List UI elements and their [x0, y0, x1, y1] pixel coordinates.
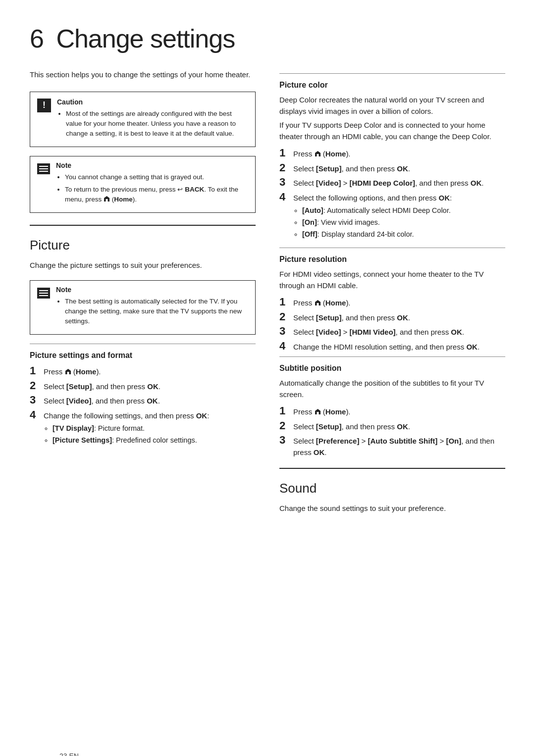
picture-note-content: Note The best setting is automatically s… — [56, 286, 248, 329]
picture-note-icon — [37, 288, 50, 299]
sp-step-2: 2 Select [Setup], and then press OK. — [279, 420, 505, 433]
chapter-number: 6 — [30, 24, 44, 53]
pr-step-1: 1 Press (Home). — [279, 296, 505, 309]
subtitle-position-section: Subtitle position Automatically change t… — [279, 356, 505, 458]
step-1: 1 Press (Home). — [30, 365, 256, 378]
step4-bullet-2: [Picture Settings]: Predefined color set… — [53, 435, 209, 446]
picture-note-title: Note — [56, 286, 248, 294]
picture-heading: Picture — [30, 238, 256, 253]
chapter-title: 6 Change settings — [30, 24, 505, 53]
picture-resolution-heading: Picture resolution — [279, 248, 505, 264]
note-content-1: Note You cannot change a setting that is… — [56, 161, 248, 206]
sound-section: Sound Change the sound settings to suit … — [279, 468, 505, 514]
step4-bullet-1: [TV Display]: Picture format. — [53, 423, 209, 434]
svg-rect-3 — [67, 372, 69, 374]
left-column: This section helps you to change the set… — [30, 69, 256, 523]
subtitle-position-heading: Subtitle position — [279, 356, 505, 373]
caution-icon: ! — [37, 99, 51, 112]
caution-content: Caution Most of the settings are already… — [57, 98, 248, 141]
picture-color-heading: Picture color — [279, 81, 505, 90]
intro-text: This section helps you to change the set… — [30, 69, 256, 81]
pc-bullet-1: [Auto]: Automatically select HDMI Deep C… — [302, 205, 452, 216]
caution-text: Most of the settings are already configu… — [57, 109, 248, 139]
picture-resolution-steps: 1 Press (Home). 2 Select [Setup], and th… — [279, 296, 505, 353]
picture-color-steps: 1 Press (Home). 2 Select [Setup], and th… — [279, 147, 505, 241]
sp-step-1: 1 Press (Home). — [279, 405, 505, 418]
right-column: Picture color Deep Color recreates the n… — [279, 69, 505, 523]
picture-desc: Change the picture settings to suit your… — [30, 260, 256, 271]
picture-color-section: Picture color Deep Color recreates the n… — [279, 73, 505, 241]
picture-resolution-section: Picture resolution For HDMI video settin… — [279, 248, 505, 353]
step-3: 3 Select [Video], and then press OK. — [30, 394, 256, 407]
svg-rect-5 — [317, 154, 319, 156]
picture-settings-heading: Picture settings and format — [30, 344, 256, 360]
svg-rect-7 — [317, 303, 319, 305]
picture-note-text: The best setting is automatically select… — [56, 297, 248, 327]
picture-settings-format: Picture settings and format 1 Press (Hom… — [30, 344, 256, 447]
picture-section: Picture Change the picture settings to s… — [30, 225, 256, 447]
picture-color-desc2: If your TV supports Deep Color and is co… — [279, 120, 505, 142]
chapter-title-text: Change settings — [56, 24, 235, 53]
picture-resolution-desc: For HDMI video settings, connect your ho… — [279, 269, 505, 291]
subtitle-position-desc: Automatically change the position of the… — [279, 378, 505, 400]
picture-note-box: Note The best setting is automatically s… — [30, 280, 256, 335]
step-4: 4 Change the following settings, and the… — [30, 409, 256, 447]
svg-rect-1 — [106, 199, 108, 202]
picture-color-desc1: Deep Color recreates the natural world o… — [279, 95, 505, 117]
svg-rect-9 — [317, 412, 319, 414]
sound-heading: Sound — [279, 481, 505, 496]
note1-item-1: You cannot change a setting that is gray… — [65, 172, 248, 182]
caution-item-1: Most of the settings are already configu… — [66, 109, 248, 139]
sp-step-3: 3 Select [Preference] > [Auto Subtitle S… — [279, 434, 505, 458]
note-box-1: Note You cannot change a setting that is… — [30, 156, 256, 213]
pr-step-2: 2 Select [Setup], and then press OK. — [279, 311, 505, 324]
note-title-1: Note — [56, 161, 248, 169]
pc-step-1: 1 Press (Home). — [279, 147, 505, 160]
pr-step-4: 4 Change the HDMI resolution setting, an… — [279, 340, 505, 353]
pc-bullet-2: [On]: View vivid images. — [302, 217, 452, 228]
note1-item-2: To return to the previous menu, press ↩ … — [65, 185, 248, 205]
pc-step-4: 4 Select the following options, and then… — [279, 191, 505, 241]
sound-desc: Change the sound settings to suit your p… — [279, 503, 505, 514]
picture-steps-list: 1 Press (Home). 2 Select [Setup], and th… — [30, 365, 256, 447]
caution-title: Caution — [57, 98, 248, 106]
picture-note-item-1: The best setting is automatically select… — [65, 297, 248, 327]
step-2: 2 Select [Setup], and then press OK. — [30, 380, 256, 393]
page-footer: 23 EN — [59, 752, 79, 756]
pr-step-3: 3 Select [Video] > [HDMI Video], and the… — [279, 325, 505, 338]
note-icon-1 — [37, 163, 50, 174]
pc-step-3: 3 Select [Video] > [HDMI Deep Color], an… — [279, 176, 505, 189]
subtitle-steps: 1 Press (Home). 2 Select [Setup], and th… — [279, 405, 505, 458]
note-text-1: You cannot change a setting that is gray… — [56, 172, 248, 204]
pc-bullet-3: [Off]: Display standard 24-bit color. — [302, 229, 452, 240]
pc-step-2: 2 Select [Setup], and then press OK. — [279, 162, 505, 175]
chapter-title-area: 6 Change settings — [30, 24, 505, 53]
caution-box: ! Caution Most of the settings are alrea… — [30, 92, 256, 148]
